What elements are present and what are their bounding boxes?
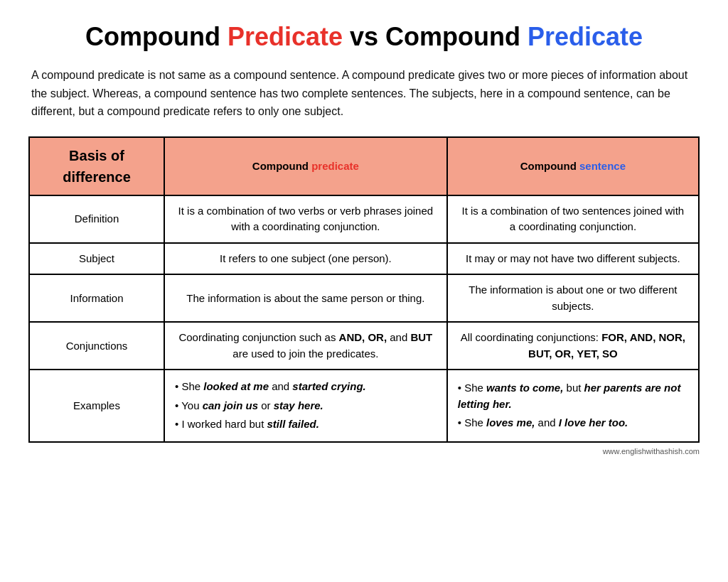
list-item: She wants to come, but her parents are n… bbox=[458, 379, 688, 414]
intro-paragraph: A compound predicate is not same as a co… bbox=[28, 66, 700, 121]
header-compound-sentence: Compound sentence bbox=[447, 137, 699, 195]
row-label-subject: Subject bbox=[29, 243, 164, 275]
title-part1: Compound bbox=[85, 22, 228, 51]
list-item: I worked hard but still failed. bbox=[175, 415, 437, 434]
title-part2: Compound bbox=[385, 22, 528, 51]
header-basis: Basis ofdifference bbox=[29, 137, 164, 195]
table-row: Examples She looked at me and started cr… bbox=[29, 370, 699, 442]
comparison-table: Basis ofdifference Compound predicate Co… bbox=[28, 136, 700, 443]
footer-attribution: www.englishwithashish.com bbox=[28, 447, 700, 456]
row-label-conjunctions: Conjunctions bbox=[29, 322, 164, 370]
conjunctions-sentence-cell: All coordinating conjunctions: FOR, AND,… bbox=[447, 322, 699, 370]
conjunctions-predicate-cell: Coordinating conjunction such as AND, OR… bbox=[164, 322, 447, 370]
title-predicate-blue: Predicate bbox=[528, 22, 643, 51]
information-sentence-cell: The information is about one or two diff… bbox=[447, 274, 699, 322]
predicate-examples-list: She looked at me and started crying. You… bbox=[175, 377, 437, 434]
title-vs: vs bbox=[343, 22, 385, 51]
definition-sentence-cell: It is a combination of two sentences joi… bbox=[447, 195, 699, 243]
list-item: She loves me, and I love her too. bbox=[458, 414, 688, 433]
page-wrapper: Compound Predicate vs Compound Predicate… bbox=[14, 14, 714, 470]
table-row: Information The information is about the… bbox=[29, 274, 699, 322]
row-label-definition: Definition bbox=[29, 195, 164, 243]
header-compound-predicate: Compound predicate bbox=[164, 137, 447, 195]
subject-predicate-cell: It refers to one subject (one person). bbox=[164, 243, 447, 275]
sentence-examples-list: She wants to come, but her parents are n… bbox=[458, 379, 688, 433]
table-row: Definition It is a combination of two ve… bbox=[29, 195, 699, 243]
subject-sentence-cell: It may or may not have two different sub… bbox=[447, 243, 699, 275]
list-item: You can join us or stay here. bbox=[175, 397, 437, 416]
information-predicate-cell: The information is about the same person… bbox=[164, 274, 447, 322]
examples-sentence-cell: She wants to come, but her parents are n… bbox=[447, 370, 699, 442]
row-label-information: Information bbox=[29, 274, 164, 322]
table-row: Conjunctions Coordinating conjunction su… bbox=[29, 322, 699, 370]
row-label-examples: Examples bbox=[29, 370, 164, 442]
page-title: Compound Predicate vs Compound Predicate bbox=[28, 21, 700, 52]
title-predicate-red: Predicate bbox=[228, 22, 343, 51]
examples-predicate-cell: She looked at me and started crying. You… bbox=[164, 370, 447, 442]
definition-predicate-cell: It is a combination of two verbs or verb… bbox=[164, 195, 447, 243]
list-item: She looked at me and started crying. bbox=[175, 377, 437, 397]
table-row: Subject It refers to one subject (one pe… bbox=[29, 243, 699, 275]
